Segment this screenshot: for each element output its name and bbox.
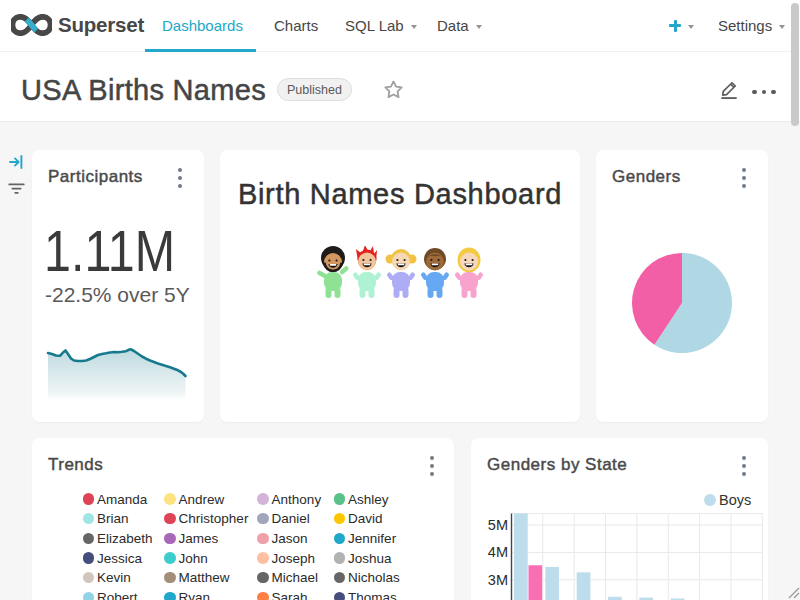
legend-swatch — [164, 552, 176, 564]
legend-swatch — [83, 493, 95, 505]
brand-wordmark: Superset — [58, 13, 144, 37]
dot — [742, 176, 746, 180]
legend-item[interactable]: Jennifer — [334, 528, 397, 548]
markdown-heading: Birth Names Dashboard — [220, 178, 580, 211]
legend-series-name: Robert — [97, 590, 138, 600]
legend-item[interactable]: Michael — [257, 568, 318, 588]
legend-swatch — [334, 552, 346, 564]
nav-item-label: Dashboards — [162, 17, 243, 34]
published-badge[interactable]: Published — [277, 78, 352, 101]
ellipsis-menu-icon[interactable] — [752, 86, 776, 98]
dot — [762, 90, 767, 95]
edit-pencil-icon[interactable] — [718, 77, 741, 100]
favorite-star-icon[interactable] — [383, 79, 404, 100]
legend-item[interactable]: John — [164, 548, 208, 568]
legend-item[interactable]: Brian — [83, 509, 129, 529]
nav-menu-settings[interactable]: Settings — [718, 0, 785, 51]
legend-item[interactable]: Kevin — [83, 568, 131, 588]
chart-card-participants: Participants 1.11M -22.5% over 5Y — [32, 150, 204, 422]
genders-pie-chart[interactable] — [632, 253, 732, 353]
legend-item[interactable]: Robert — [83, 587, 138, 600]
legend-item[interactable]: Andrew — [164, 489, 224, 509]
chevron-down-icon — [779, 25, 785, 29]
legend-swatch — [164, 493, 176, 505]
legend-swatch — [83, 552, 95, 564]
dot — [742, 184, 746, 188]
trends-legend: AmandaAndrewAnthonyAshleyBrianChristophe… — [32, 438, 454, 600]
chevron-down-icon — [411, 25, 417, 29]
legend-swatch — [164, 572, 176, 584]
legend-swatch — [257, 533, 269, 545]
legend-item[interactable]: Jessica — [83, 548, 143, 568]
svg-text:4M: 4M — [488, 544, 508, 560]
superset-logo[interactable]: Superset — [11, 13, 144, 37]
legend-item[interactable]: Christopher — [164, 509, 248, 529]
new-item-button[interactable] — [669, 0, 694, 51]
legend-item[interactable]: Joseph — [257, 548, 315, 568]
participants-trendline-chart[interactable] — [32, 150, 204, 422]
chart-title: Genders — [612, 167, 681, 187]
nav-tab-sql-lab[interactable]: SQL Lab — [345, 0, 417, 51]
vertical-scrollbar[interactable] — [791, 3, 799, 126]
markdown-card: Birth Names Dashboard — [220, 150, 580, 422]
legend-swatch — [257, 592, 269, 600]
legend-series-name: Anthony — [272, 492, 322, 507]
legend-series-name: Jessica — [97, 551, 142, 566]
legend-item[interactable]: Thomas — [334, 587, 397, 600]
legend-swatch — [83, 513, 95, 525]
legend-item[interactable]: James — [164, 528, 218, 548]
legend-series-name: Elizabeth — [97, 531, 153, 546]
legend-series-name: Kevin — [97, 570, 131, 585]
dot — [771, 90, 776, 95]
legend-swatch — [334, 572, 346, 584]
legend-item[interactable]: David — [334, 509, 383, 529]
genders-by-state-bar-chart[interactable]: 5M4M3M — [471, 438, 768, 600]
legend-item[interactable]: Daniel — [257, 509, 310, 529]
dot — [752, 90, 757, 95]
chart-card-genders: Genders — [596, 150, 768, 422]
legend-series-name: Joshua — [348, 551, 392, 566]
legend-item[interactable]: Ryan — [164, 587, 210, 600]
legend-swatch — [257, 493, 269, 505]
legend-item[interactable]: Joshua — [334, 548, 392, 568]
top-navbar: Superset Dashboards Charts SQL Lab Data … — [0, 0, 800, 52]
nav-tab-dashboards[interactable]: Dashboards — [162, 0, 243, 51]
svg-text:3M: 3M — [488, 572, 508, 588]
chart-card-trends: Trends AmandaAndrewAnthonyAshleyBrianChr… — [32, 438, 454, 600]
legend-item[interactable]: Sarah — [257, 587, 308, 600]
legend-swatch — [83, 533, 95, 545]
kid-bowl — [420, 248, 450, 298]
nav-tab-data[interactable]: Data — [437, 0, 482, 51]
nav-item-label: SQL Lab — [345, 17, 404, 34]
legend-series-name: Jennifer — [348, 531, 396, 546]
legend-swatch — [257, 572, 269, 584]
legend-series-name: Amanda — [97, 492, 147, 507]
dashboard-header: USA Births Names Published — [0, 52, 800, 122]
legend-item[interactable]: Amanda — [83, 489, 148, 509]
legend-item[interactable]: Anthony — [257, 489, 321, 509]
resize-grip-icon[interactable] — [786, 585, 800, 599]
legend-series-name: David — [348, 511, 383, 526]
legend-item[interactable]: Jason — [257, 528, 308, 548]
legend-series-name: Joseph — [272, 551, 316, 566]
kid-bob — [454, 248, 484, 299]
legend-series-name: James — [179, 531, 219, 546]
legend-swatch — [334, 592, 346, 600]
legend-item[interactable]: Nicholas — [334, 568, 400, 588]
nav-tab-charts[interactable]: Charts — [274, 0, 318, 51]
legend-swatch — [334, 513, 346, 525]
expand-filter-bar-icon[interactable] — [9, 155, 23, 169]
legend-swatch — [334, 533, 346, 545]
legend-series-name: Christopher — [179, 511, 249, 526]
legend-item[interactable]: Ashley — [334, 489, 389, 509]
dashboard-grid: Participants 1.11M -22.5% over 5Y Birth … — [0, 122, 800, 600]
kid-pigtails — [386, 249, 417, 298]
kid-afro — [316, 246, 349, 298]
filter-lines-icon[interactable] — [8, 183, 25, 195]
legend-item[interactable]: Matthew — [164, 568, 230, 588]
dashboard-title[interactable]: USA Births Names — [21, 74, 266, 107]
legend-item[interactable]: Elizabeth — [83, 528, 153, 548]
legend-swatch — [164, 513, 176, 525]
chart-options-kebab-icon[interactable] — [737, 168, 751, 188]
children-emoji-illustration — [316, 246, 486, 300]
